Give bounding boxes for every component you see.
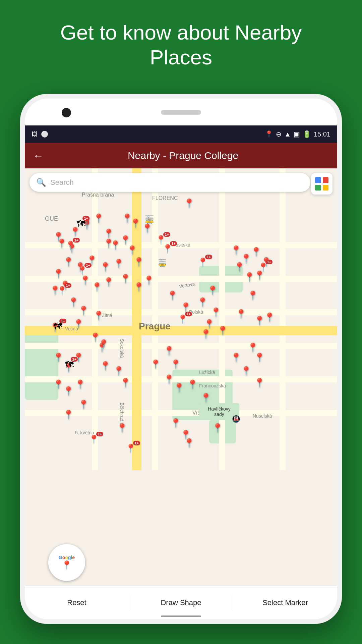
- marker-badge-1[interactable]: 🗺 1+: [77, 219, 85, 229]
- marker-green-1[interactable]: 📍: [207, 285, 218, 296]
- status-left-icons: 🖼 ⚪: [32, 130, 48, 138]
- marker-purple-3[interactable]: 📍: [150, 359, 161, 370]
- marker-red-36[interactable]: 📍: [167, 290, 178, 301]
- luzicka-label: Lužická: [199, 370, 215, 375]
- marker-badge-2[interactable]: 📍 1+: [65, 240, 76, 251]
- marker-red-52[interactable]: 📍: [241, 366, 251, 376]
- map-area[interactable]: Prague FLORENC Prašna brána GUE Husitská…: [25, 168, 337, 586]
- camera: [62, 108, 71, 117]
- marker-red-37[interactable]: 📍: [180, 302, 191, 313]
- marker-badge-7[interactable]: 📍 1+: [197, 257, 208, 268]
- marker-badge-11[interactable]: 🗺 1+: [65, 360, 74, 370]
- major-road-v1: [132, 168, 141, 470]
- marker-red-38[interactable]: 📍: [197, 297, 208, 308]
- marker-red-12[interactable]: 📍: [100, 262, 111, 272]
- marker-red-50[interactable]: 📍: [247, 342, 258, 353]
- marker-badge-3[interactable]: 📍 1+: [77, 266, 87, 276]
- marker-red-61[interactable]: 📍: [120, 378, 131, 388]
- marker-pink-11[interactable]: 📍: [100, 361, 111, 371]
- marker-red-19[interactable]: 📍: [80, 275, 90, 286]
- marker-red-51[interactable]: 📍: [254, 353, 265, 363]
- marker-red-43[interactable]: 📍: [164, 346, 174, 356]
- marker-red-59[interactable]: 📍: [75, 379, 85, 390]
- marker-red-26[interactable]: 📍: [78, 306, 89, 316]
- marker-red-58[interactable]: 📍: [63, 386, 74, 396]
- marker-pink-9[interactable]: 📍: [236, 309, 246, 319]
- reset-button[interactable]: Reset: [25, 595, 129, 610]
- draw-shape-button[interactable]: Draw Shape: [129, 595, 233, 610]
- marker-red-21[interactable]: 📍: [103, 277, 114, 287]
- marker-badge-13[interactable]: 📍 1+: [125, 443, 136, 454]
- phone-inner: 🖼 ⚪ 📍 ⊖ ▲ ▣ 🔋 15:01 ← Nearby - Prague Co…: [25, 99, 337, 619]
- marker-red-54[interactable]: 📍: [53, 353, 64, 363]
- marker-red-9[interactable]: 📍: [127, 245, 137, 256]
- road-h4: [25, 343, 337, 349]
- marker-purple-1[interactable]: 📍: [247, 290, 258, 301]
- marker-pink-7[interactable]: 📍: [78, 399, 89, 410]
- marker-badge-9[interactable]: 📍 1+: [177, 314, 188, 325]
- marker-red-15[interactable]: 📍: [63, 257, 74, 267]
- marker-pink-2[interactable]: 📍: [130, 218, 141, 229]
- map-search-bar[interactable]: 🔍 Search: [29, 173, 310, 192]
- prasna-label: Prašna brána: [82, 192, 114, 198]
- marker-red-41[interactable]: 📍: [217, 326, 228, 336]
- marker-red-22[interactable]: 📍: [120, 274, 131, 284]
- minus-icon: ⊖: [276, 130, 282, 138]
- marker-red-60[interactable]: 📍: [113, 366, 124, 376]
- marker-red-47[interactable]: 📍: [187, 379, 198, 390]
- marker-red-27[interactable]: 📍: [73, 319, 84, 329]
- marker-red-10[interactable]: 📍: [133, 257, 144, 267]
- marker-red-49[interactable]: 📍: [231, 353, 241, 363]
- marker-red-57[interactable]: 📍: [53, 379, 64, 390]
- marker-red-39[interactable]: 📍: [210, 307, 221, 318]
- marker-badge-6[interactable]: 📍 1+: [162, 244, 173, 254]
- marker-blue-1[interactable]: 📍: [184, 198, 194, 209]
- select-marker-button[interactable]: Select Marker: [233, 595, 337, 610]
- marker-red-53[interactable]: 📍: [254, 378, 265, 388]
- grid-dot-yellow: [323, 185, 329, 191]
- marker-red-48[interactable]: 📍: [200, 393, 211, 403]
- marker-pink-10[interactable]: 📍: [254, 316, 265, 326]
- photo-icon: 🖼: [32, 131, 38, 138]
- bottom-toolbar: Reset Draw Shape Select Marker: [25, 586, 337, 619]
- marker-red-23[interactable]: 📍: [133, 282, 144, 292]
- marker-badge-4[interactable]: 📍 1+: [57, 286, 67, 296]
- marker-badge-10[interactable]: 🗺 1+: [54, 321, 62, 332]
- marker-red-44[interactable]: 📍: [170, 359, 181, 370]
- grid-button[interactable]: [311, 173, 333, 195]
- marker-red-34[interactable]: 📍: [244, 272, 255, 282]
- marker-badge-8[interactable]: 📍 1+: [258, 262, 268, 273]
- circle-icon: ⚪: [41, 130, 48, 138]
- grid-dot-red: [323, 177, 329, 183]
- marker-red-45[interactable]: 📍: [164, 374, 174, 385]
- marker-red-46[interactable]: 📍: [174, 383, 184, 393]
- marker-red-24[interactable]: 📍: [143, 275, 154, 286]
- marker-red-2[interactable]: 📍: [93, 213, 104, 224]
- marker-pink-8[interactable]: 📍: [63, 410, 74, 420]
- marker-green-4[interactable]: 📍: [212, 423, 223, 433]
- marker-red-11[interactable]: 📍: [113, 259, 124, 269]
- sokolska-label: Sokolská: [119, 339, 125, 358]
- back-button[interactable]: ←: [33, 150, 44, 162]
- marker-red-6[interactable]: 📍: [103, 228, 114, 239]
- marker-red-20[interactable]: 📍: [92, 282, 102, 292]
- marker-red-63[interactable]: 📍: [170, 418, 181, 428]
- marker-red-33[interactable]: 📍: [234, 262, 245, 272]
- marker-badge-12[interactable]: 📍 1+: [88, 434, 99, 445]
- marker-red-25[interactable]: 📍: [68, 297, 79, 308]
- marker-pink-3[interactable]: 📍: [142, 223, 153, 234]
- marker-red-62[interactable]: 📍: [117, 423, 127, 433]
- marker-red-42[interactable]: 📍: [200, 329, 211, 339]
- marker-purple-4[interactable]: 📍: [184, 438, 194, 448]
- marker-red-16[interactable]: 📍: [53, 269, 64, 279]
- reset-label: Reset: [67, 598, 86, 607]
- marker-red-40[interactable]: 📍: [204, 319, 215, 329]
- marker-pink-5[interactable]: 📍: [93, 311, 104, 321]
- marker-purple-2[interactable]: 📍: [264, 312, 275, 323]
- marker-red-29[interactable]: 📍: [231, 245, 241, 256]
- marker-green-2[interactable]: 📍: [103, 238, 114, 249]
- marker-red-8[interactable]: 📍: [120, 235, 131, 246]
- marker-red-31[interactable]: 📍: [251, 247, 261, 257]
- marker-blue-3[interactable]: 📍: [98, 339, 109, 350]
- draw-shape-label: Draw Shape: [161, 598, 201, 607]
